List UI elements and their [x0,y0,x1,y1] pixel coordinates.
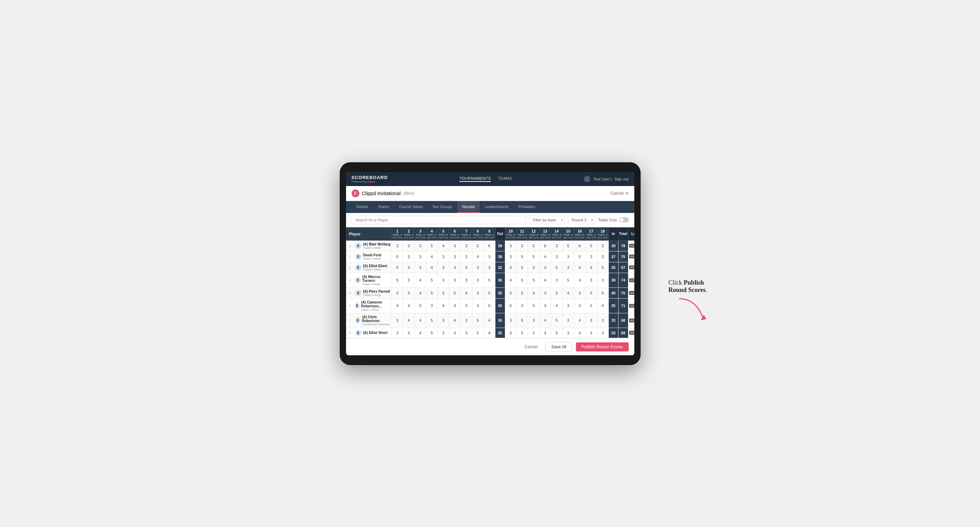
tournament-header: C Clippd Invitational (Men) Cancel ✕ [346,186,634,201]
hole-5-score: 3 [438,313,449,328]
table-row: 5 👤 (A) Piers Parnell Clippd College 334… [346,287,634,298]
wd-badge[interactable]: WD [629,255,634,259]
hole-2-score: 4 [403,313,415,328]
player-rank: 1 [349,244,353,248]
hole-2-header: 2PAR: 4511 YDS [403,227,415,240]
hole-3-score: 4 [415,328,426,338]
hole-7-score: 3 [460,298,472,313]
hole-10-header: 10PAR: 5519 YDS [505,227,516,240]
hole-7-score: 3 [460,273,472,287]
publish-round-scores-button[interactable]: Publish Round Scores [576,342,629,351]
cancel-top-button[interactable]: Cancel ✕ [611,191,628,196]
total-score: 68 [618,313,628,328]
label-cell: WD DQ [628,262,634,273]
label-cell: WD DQ [628,287,634,298]
wd-badge[interactable]: WD [629,304,634,308]
hole-14-header: 14PAR: 4183 YDS [551,227,563,240]
hole-7-score: 3 [460,313,472,328]
hole-4-header: 4PAR: 5168 YDS [426,227,438,240]
annotation-text: Click PublishRound Scores. [668,279,708,294]
player-team: Clippd College [361,308,390,311]
hole-4-score: 3 [426,298,438,313]
hole-5-score: 4 [438,298,449,313]
table-row: 2 👤 David Ford Clippd College 6334333433… [346,251,634,262]
hole-1-header: 1PAR: 4370 YDS [391,227,403,240]
hole-1-score: 3 [391,328,403,338]
total-score: 67 [618,262,628,273]
wd-badge[interactable]: WD [629,319,634,322]
total-score: 74 [618,273,628,287]
hole-8-score: 3 [472,262,484,273]
nav-tournaments[interactable]: TOURNAMENTS [460,176,491,182]
hole-17-header: 17PAR: 4409 YDS [585,227,597,240]
sign-out-link[interactable]: Sign out [614,177,628,181]
hole-18-score: 3 [597,273,608,287]
hole-18-score: 3 [597,251,608,262]
tablet-frame: SCOREBOARD Powered by clippd TOURNAMENTS… [340,162,641,365]
hole-13-score: 4 [539,313,551,328]
hole-7-score: 5 [460,262,472,273]
cancel-button[interactable]: Cancel [520,342,542,351]
round-select[interactable]: Round 3 [568,216,595,224]
filter-team-select[interactable]: Filter by team [529,216,565,224]
player-rank: 5 [349,291,353,295]
hole-8-score: 3 [472,298,484,313]
hole-12-score: 5 [528,251,539,262]
hole-18-score: 3 [597,328,608,338]
label-header: Label [628,227,634,240]
player-cell: 2 👤 David Ford Clippd College [346,251,391,262]
out-score: 35 [495,287,505,298]
hole-13-score: 4 [539,328,551,338]
player-details: (A) Elliot Short [363,331,388,335]
hole-10-score: 3 [505,240,516,251]
player-avatar: 👤 [355,290,361,296]
hole-14-score: 3 [551,273,563,287]
hole-13-score: 4 [539,273,551,287]
wd-badge[interactable]: WD [629,278,634,282]
totals-only-toggle[interactable] [619,217,629,222]
tab-leaderboards[interactable]: Leaderboards [480,201,513,213]
player-name: (A) Blair McHarg [363,242,390,246]
hole-13-score: 3 [539,287,551,298]
player-name: (A) Piers Parnell [363,290,390,294]
search-input[interactable] [352,216,527,224]
hole-18-header: 18PAR: 4422 YDS [597,227,608,240]
scoreboard-brand: SCOREBOARD Powered by clippd [352,175,388,183]
hole-4-score: 5 [426,328,438,338]
tab-tee-groups[interactable]: Tee Groups [428,201,457,213]
hole-17-score: 5 [585,240,597,251]
wd-badge[interactable]: WD [629,265,634,269]
hole-16-score: 4 [574,313,585,328]
tab-course-setup[interactable]: Course Setup [394,201,428,213]
hole-9-score: 4 [484,313,495,328]
nav-teams[interactable]: TEAMS [498,176,512,182]
tab-details[interactable]: Details [352,201,373,213]
hole-16-score: 3 [574,298,585,313]
bottom-bar: Cancel Save All Publish Round Scores [346,338,634,355]
controls-row: Filter by team Round 3 Totals Only [346,213,634,227]
player-cell: 7 👤 (A) Chris Robertson Scoreboard Unive… [346,313,391,328]
wd-badge[interactable]: WD [629,244,634,248]
tab-teams[interactable]: Teams [373,201,394,213]
tab-printables[interactable]: Printables [513,201,540,213]
hole-11-score: 5 [516,313,528,328]
wd-badge[interactable]: WD [629,331,634,335]
hole-7-score: 3 [460,328,472,338]
table-row: 3 👤 (A) Elliot Ebert Clippd College 5334… [346,262,634,273]
out-score: 35 [495,328,505,338]
hole-15-score: 3 [562,313,574,328]
player-name: (A) Chris Robertson [362,315,391,323]
hole-4-score: 5 [426,287,438,298]
tab-results[interactable]: Results [457,201,480,213]
hole-2-score: 3 [403,287,415,298]
player-name: (A) Elliot Ebert [363,264,387,268]
out-score: 35 [495,313,505,328]
hole-15-header: 15PAR: 3448 YDS [562,227,574,240]
tabs-bar: Details Teams Course Setup Tee Groups Re… [346,201,634,213]
wd-badge[interactable]: WD [629,291,634,295]
hole-12-score: 5 [528,298,539,313]
hole-1-score: 5 [391,273,403,287]
save-all-button[interactable]: Save All [545,342,572,352]
hole-16-score: 5 [574,251,585,262]
hole-8-score: 5 [472,313,484,328]
